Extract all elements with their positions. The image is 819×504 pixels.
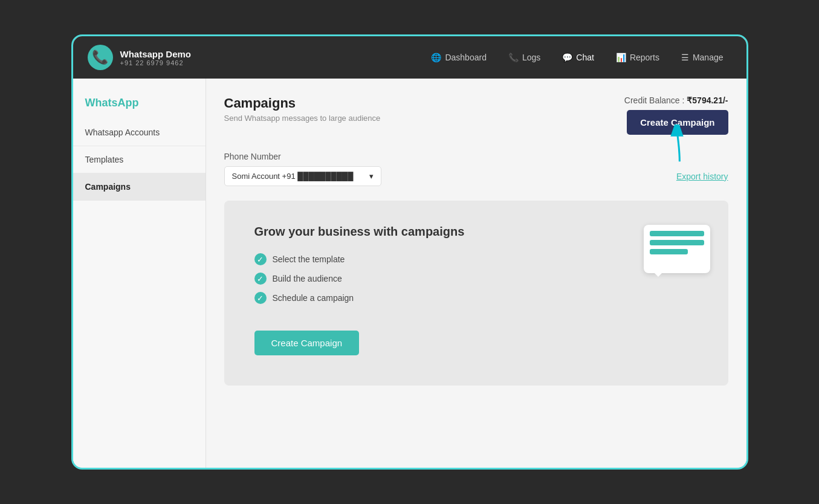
header-right: Credit Balance : ₹5794.21/- Create Campa… (624, 95, 728, 135)
message-line-3 (650, 249, 688, 254)
nav-logs[interactable]: 📞 Logs (500, 48, 549, 67)
promo-step-2: ✓ Build the audience (254, 273, 698, 285)
sidebar-section-title: WhatsApp (73, 91, 206, 119)
reports-icon: 📊 (616, 53, 626, 62)
promo-steps-list: ✓ Select the template ✓ Build the audien… (254, 253, 698, 311)
app-frame: 📞 Whatsapp Demo +91 22 6979 9462 🌐 Dashb… (71, 34, 748, 470)
page-title: Campaigns (224, 95, 381, 111)
main-body: WhatsApp Whatsapp Accounts Templates Cam… (73, 79, 746, 468)
brand-icon: 📞 (88, 45, 113, 70)
chat-icon: 💬 (562, 53, 572, 62)
sidebar: WhatsApp Whatsapp Accounts Templates Cam… (73, 79, 206, 468)
top-nav: 📞 Whatsapp Demo +91 22 6979 9462 🌐 Dashb… (73, 36, 746, 79)
export-history-button[interactable]: Export history (676, 172, 728, 181)
brand-text: Whatsapp Demo +91 22 6979 9462 (120, 49, 192, 66)
create-campaign-button[interactable]: Create Campaign (627, 110, 728, 135)
message-bubble-icon (644, 225, 710, 273)
promo-title: Grow your business with campaigns (254, 225, 698, 239)
phone-icon: 📞 (508, 53, 519, 62)
brand-phone: +91 22 6979 9462 (120, 59, 192, 66)
promo-card: Grow your business with campaigns ✓ Sele… (224, 201, 728, 386)
nav-links: 🌐 Dashboard 📞 Logs 💬 Chat 📊 Reports ☰ Ma… (422, 48, 731, 67)
chevron-down-icon: ▾ (369, 172, 374, 181)
page-title-area: Campaigns Send Whatsapp messages to larg… (224, 95, 381, 123)
message-icon-wrap (644, 225, 710, 273)
content-header: Campaigns Send Whatsapp messages to larg… (224, 95, 728, 135)
nav-manage[interactable]: ☰ Manage (673, 48, 732, 67)
check-icon-2: ✓ (254, 273, 267, 285)
sidebar-item-campaigns[interactable]: Campaigns (73, 173, 206, 201)
menu-icon: ☰ (681, 53, 689, 62)
content-area: Campaigns Send Whatsapp messages to larg… (206, 79, 746, 468)
check-icon-1: ✓ (254, 253, 267, 265)
page-subtitle: Send Whatsapp messages to large audience (224, 114, 381, 123)
brand-name: Whatsapp Demo (120, 49, 192, 59)
phone-number-section: Phone Number Somi Account +91 ██████████… (224, 152, 728, 186)
phone-select-dropdown[interactable]: Somi Account +91 ██████████ ▾ (224, 166, 381, 186)
phone-select-row: Somi Account +91 ██████████ ▾ Export his… (224, 166, 728, 186)
credit-amount: ₹5794.21/- (687, 95, 728, 105)
check-icon-3: ✓ (254, 292, 267, 304)
sidebar-item-whatsapp-accounts[interactable]: Whatsapp Accounts (73, 119, 206, 146)
nav-reports[interactable]: 📊 Reports (607, 48, 668, 67)
promo-create-campaign-button[interactable]: Create Campaign (254, 331, 360, 355)
credit-balance: Credit Balance : ₹5794.21/- (624, 95, 728, 105)
phone-select-value: Somi Account +91 ██████████ (232, 172, 354, 181)
message-line-2 (650, 240, 704, 245)
dashboard-icon: 🌐 (431, 53, 441, 62)
phone-number-label: Phone Number (224, 152, 728, 161)
promo-step-1: ✓ Select the template (254, 253, 698, 265)
message-line-1 (650, 231, 704, 236)
sidebar-item-templates[interactable]: Templates (73, 146, 206, 173)
brand-area: 📞 Whatsapp Demo +91 22 6979 9462 (88, 45, 192, 70)
nav-dashboard[interactable]: 🌐 Dashboard (422, 48, 495, 67)
promo-step-3: ✓ Schedule a campaign (254, 292, 698, 304)
nav-chat[interactable]: 💬 Chat (554, 48, 603, 67)
